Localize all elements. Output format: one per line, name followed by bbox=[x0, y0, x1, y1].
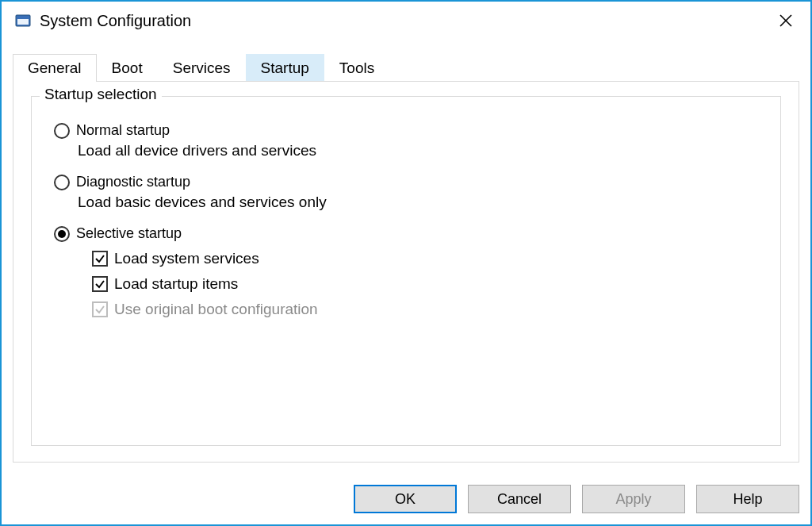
checkbox-load-startup-items[interactable]: Load startup items bbox=[92, 275, 764, 293]
radio-diagnostic-startup[interactable]: Diagnostic startup bbox=[54, 174, 764, 190]
radio-block-selective: Selective startup bbox=[54, 225, 764, 242]
radio-block-normal: Normal startup Load all device drivers a… bbox=[54, 122, 764, 159]
tab-tools[interactable]: Tools bbox=[324, 54, 389, 82]
radio-normal-desc: Load all device drivers and services bbox=[78, 142, 764, 159]
tab-tools-label: Tools bbox=[339, 60, 374, 76]
checkbox-load-system-services[interactable]: Load system services bbox=[92, 250, 764, 267]
ok-button-label: OK bbox=[395, 491, 416, 508]
system-configuration-window: System Configuration General Boot Servic… bbox=[0, 0, 812, 526]
radio-icon bbox=[54, 226, 70, 242]
close-icon bbox=[779, 14, 792, 27]
checkbox-icon bbox=[92, 251, 108, 267]
tab-general-label: General bbox=[28, 60, 82, 76]
checkbox-icon bbox=[92, 276, 108, 292]
radio-normal-startup[interactable]: Normal startup bbox=[54, 122, 764, 139]
startup-selection-group: Startup selection Normal startup Load al… bbox=[31, 96, 781, 446]
svg-rect-2 bbox=[17, 17, 29, 19]
apply-button-label: Apply bbox=[615, 491, 651, 508]
ok-button[interactable]: OK bbox=[354, 485, 457, 513]
close-button[interactable] bbox=[764, 5, 807, 36]
radio-diagnostic-label: Diagnostic startup bbox=[76, 174, 190, 190]
group-legend: Startup selection bbox=[40, 86, 162, 103]
tab-general[interactable]: General bbox=[13, 54, 97, 82]
cancel-button[interactable]: Cancel bbox=[468, 485, 571, 513]
app-icon bbox=[14, 12, 32, 29]
help-button[interactable]: Help bbox=[696, 485, 799, 513]
tab-boot-label: Boot bbox=[112, 60, 143, 76]
tabpanel-general: Startup selection Normal startup Load al… bbox=[13, 81, 799, 463]
checkbox-icon bbox=[92, 301, 108, 317]
tab-services[interactable]: Services bbox=[158, 54, 246, 82]
radio-icon bbox=[54, 123, 70, 139]
window-title: System Configuration bbox=[40, 12, 764, 30]
checkbox-load-startup-label: Load startup items bbox=[114, 275, 238, 293]
checkbox-load-services-label: Load system services bbox=[114, 250, 259, 267]
radio-selective-label: Selective startup bbox=[76, 225, 182, 242]
tab-startup-label: Startup bbox=[261, 60, 309, 76]
apply-button: Apply bbox=[582, 485, 685, 513]
checkbox-use-original-label: Use original boot configuration bbox=[114, 301, 318, 318]
checkbox-use-original-boot: Use original boot configuration bbox=[92, 301, 764, 318]
titlebar: System Configuration bbox=[2, 2, 810, 40]
dialog-button-row: OK Cancel Apply Help bbox=[2, 474, 810, 524]
radio-normal-label: Normal startup bbox=[76, 122, 170, 139]
radio-block-diagnostic: Diagnostic startup Load basic devices an… bbox=[54, 174, 764, 211]
tabstrip: General Boot Services Startup Tools bbox=[13, 51, 799, 81]
radio-selective-startup[interactable]: Selective startup bbox=[54, 225, 764, 242]
radio-icon bbox=[54, 175, 70, 190]
help-button-label: Help bbox=[733, 491, 762, 508]
cancel-button-label: Cancel bbox=[497, 491, 542, 508]
client-area: General Boot Services Startup Tools Star… bbox=[2, 40, 810, 474]
tab-startup[interactable]: Startup bbox=[246, 54, 324, 82]
tab-boot[interactable]: Boot bbox=[97, 54, 158, 82]
radio-diagnostic-desc: Load basic devices and services only bbox=[78, 194, 764, 211]
tab-services-label: Services bbox=[173, 60, 231, 76]
